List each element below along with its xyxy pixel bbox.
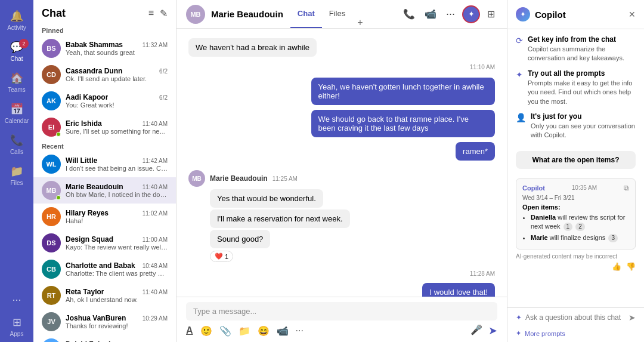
main-chat: MB Marie Beaudouin Chat Files + 📞 📹 ··· … bbox=[177, 0, 507, 342]
prompts-icon: ✦ bbox=[516, 70, 523, 106]
tab-chat[interactable]: Chat bbox=[290, 0, 322, 28]
files-attach-icon[interactable]: 📁 bbox=[239, 325, 250, 337]
sidebar-item-files[interactable]: 📁 Files bbox=[0, 160, 33, 191]
chat-list-header: Chat ≡ ✎ bbox=[33, 0, 176, 24]
copy-icon[interactable]: ⧉ bbox=[624, 184, 629, 192]
chat-list-title: Chat bbox=[42, 7, 66, 20]
reaction-pill[interactable]: ❤️ 1 bbox=[210, 251, 233, 262]
copilot-option-prompts: ✦ Try out all the prompts Prompts make i… bbox=[516, 69, 636, 106]
video-call-button[interactable]: 📹 bbox=[422, 6, 439, 22]
recent-chat-item[interactable]: CB Charlotte and Babak 10:48 AM Charlott… bbox=[33, 256, 176, 282]
teams-icon: 🏠 bbox=[10, 72, 23, 85]
copilot-more-prompts[interactable]: ✦ More prompts bbox=[507, 327, 644, 342]
copilot-button[interactable]: ✦ bbox=[462, 5, 480, 23]
chat-item-preview: Charlotte: The client was pretty happy w… bbox=[66, 270, 168, 277]
pinned-section-label: Pinned bbox=[33, 24, 176, 35]
format-icon[interactable]: A bbox=[186, 325, 193, 336]
apps-icon: ⊞ bbox=[13, 316, 21, 329]
avatar: HR bbox=[42, 207, 61, 226]
contact-name: Marie Beaudouin bbox=[211, 9, 283, 19]
message-input[interactable]: Type a message... bbox=[186, 302, 497, 321]
dictate-icon[interactable]: 🎤 bbox=[470, 324, 482, 337]
copilot-logo: ✦ bbox=[516, 7, 530, 21]
call-button[interactable]: 📞 bbox=[401, 6, 417, 22]
add-tab-button[interactable]: + bbox=[352, 17, 367, 28]
chat-item-info: Will Little 11:42 AM I don't see that be… bbox=[66, 156, 168, 172]
copilot-msg-sender: Copilot bbox=[522, 184, 545, 192]
more-icon: ··· bbox=[12, 294, 21, 306]
filter-icon[interactable]: ≡ bbox=[148, 8, 154, 19]
chat-item-info: Babak Shammas 11:32 AM Yeah, that sounds… bbox=[66, 41, 168, 56]
chat-item-time: 11:40 AM bbox=[143, 121, 168, 127]
chat-item-info: Design Squad 11:00 AM Kayo: The review w… bbox=[66, 235, 168, 251]
avatar: EI bbox=[42, 118, 61, 137]
emoji-icon[interactable]: 🙂 bbox=[200, 325, 212, 337]
attach-icon[interactable]: 📎 bbox=[219, 325, 231, 337]
sidebar-item-more[interactable]: ··· bbox=[0, 289, 33, 311]
chat-item-top: Charlotte and Babak 10:48 AM bbox=[66, 261, 168, 270]
recent-chat-item[interactable]: WL Will Little 11:42 AM I don't see that… bbox=[33, 151, 176, 177]
avatar: JV bbox=[42, 312, 61, 331]
message-bubble: Sound good? bbox=[210, 230, 270, 248]
copilot-prompt-icon: ✦ bbox=[516, 313, 522, 322]
send-button[interactable]: ➤ bbox=[488, 324, 497, 337]
copilot-response-button[interactable]: What are the open items? bbox=[516, 151, 636, 169]
recent-chat-item[interactable]: HR Hilary Reyes 11:02 AM Haha! bbox=[33, 204, 176, 230]
chat-item-time: 10:29 AM bbox=[143, 315, 168, 322]
thumbs-up-icon[interactable]: 👍 bbox=[612, 262, 621, 271]
chat-item-preview: I don't see that being an issue. Can you… bbox=[66, 165, 168, 172]
sidebar-item-activity[interactable]: 🔔 Activity bbox=[0, 5, 33, 36]
pinned-chat-item[interactable]: EI Eric Ishida 11:40 AM Sure, I'll set u… bbox=[33, 114, 176, 140]
copilot-close-button[interactable]: ✕ bbox=[628, 10, 636, 19]
sidebar-item-label: Teams bbox=[8, 87, 25, 93]
sidebar-item-teams[interactable]: 🏠 Teams bbox=[0, 67, 33, 98]
sidebar-item-calls[interactable]: 📞 Calls bbox=[0, 129, 33, 160]
grid-view-button[interactable]: ⊞ bbox=[485, 6, 497, 22]
recent-chat-item[interactable]: DS Design Squad 11:00 AM Kayo: The revie… bbox=[33, 230, 176, 256]
sidebar-item-chat[interactable]: 💬 2 Chat bbox=[0, 36, 33, 67]
header-icons: ≡ ✎ bbox=[148, 8, 168, 19]
recent-chat-item[interactable]: RT Reta Taylor 11:40 AM Ah, ok I underst… bbox=[33, 282, 176, 309]
message-group: Yeah, we haven't gotten lunch together i… bbox=[188, 78, 495, 105]
pinned-chat-item[interactable]: CD Cassandra Dunn 6/2 Ok. I'll send an u… bbox=[33, 61, 176, 88]
meet-icon[interactable]: 📹 bbox=[277, 325, 289, 337]
chat-item-top: Aadi Kapoor 6/2 bbox=[66, 93, 168, 101]
reaction-row: ❤️ 1 bbox=[210, 251, 233, 262]
timestamp: 11:10 AM bbox=[188, 64, 495, 70]
chat-item-preview: Oh btw Marie, I noticed in the document … bbox=[66, 191, 168, 198]
copilot-panel: ✦ Copilot ✕ ⟳ Get key info from the chat… bbox=[507, 0, 644, 342]
toolbar-right: 🎤 ➤ bbox=[470, 324, 497, 337]
pinned-chat-item[interactable]: BS Babak Shammas 11:32 AM Yeah, that sou… bbox=[33, 35, 176, 61]
recent-chat-item[interactable]: MB Marie Beaudouin 11:40 AM Oh btw Marie… bbox=[33, 177, 176, 204]
sender-name: Marie Beaudouin bbox=[210, 174, 268, 183]
option-desc: Only you can see your conversation with … bbox=[531, 122, 636, 140]
copilot-icon: ✦ bbox=[468, 10, 475, 19]
chat-item-info: Joshua VanBuren 10:29 AM Thanks for revi… bbox=[66, 314, 168, 329]
calls-icon: 📞 bbox=[10, 134, 23, 147]
new-chat-icon[interactable]: ✎ bbox=[160, 8, 168, 19]
option-desc: Prompts make it easy to get the info you… bbox=[528, 79, 636, 106]
thumbs-down-icon[interactable]: 👎 bbox=[626, 262, 636, 271]
option-title: Try out all the prompts bbox=[528, 69, 636, 78]
copilot-logo-icon: ✦ bbox=[520, 10, 526, 19]
more-options-icon[interactable]: ··· bbox=[296, 325, 304, 336]
sticker-icon[interactable]: 😄 bbox=[258, 325, 270, 337]
contact-avatar: MB bbox=[186, 5, 205, 24]
chat-tabs: Chat Files + bbox=[290, 0, 368, 28]
recent-chat-item[interactable]: JV Joshua VanBuren 10:29 AM Thanks for r… bbox=[33, 309, 176, 335]
chat-item-preview: You: Great work! bbox=[66, 101, 168, 109]
copilot-input[interactable] bbox=[525, 313, 625, 322]
copilot-send-button[interactable]: ➤ bbox=[628, 313, 636, 322]
recent-chat-item[interactable]: DF Daichi Fukuda 10:20 AM You: Thank you… bbox=[33, 335, 176, 342]
tab-files[interactable]: Files bbox=[322, 0, 352, 28]
item-person: Marie bbox=[531, 234, 548, 241]
sidebar-item-calendar[interactable]: 📅 Calendar bbox=[0, 98, 33, 129]
avatar: MB bbox=[42, 181, 61, 200]
pinned-chat-item[interactable]: AK Aadi Kapoor 6/2 You: Great work! bbox=[33, 88, 176, 114]
option-title: It's just for you bbox=[531, 112, 636, 121]
calendar-icon: 📅 bbox=[10, 103, 23, 116]
more-actions-button[interactable]: ··· bbox=[444, 5, 457, 23]
sidebar-item-apps[interactable]: ⊞ Apps bbox=[0, 311, 33, 342]
chat-item-info: Aadi Kapoor 6/2 You: Great work! bbox=[66, 93, 168, 109]
chat-item-name: Eric Ishida bbox=[66, 119, 102, 128]
